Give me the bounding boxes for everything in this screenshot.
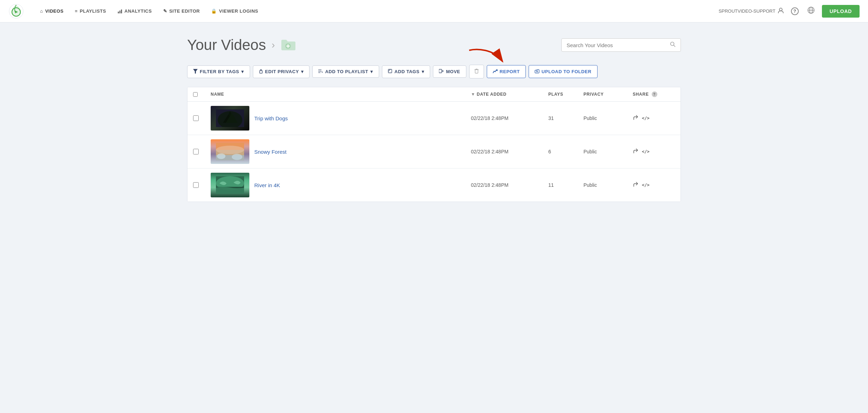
share-link-icon-2[interactable] bbox=[633, 148, 638, 155]
svg-point-41 bbox=[216, 146, 244, 154]
embed-icon-1[interactable]: </> bbox=[642, 116, 650, 121]
video-title-2[interactable]: Snowy Forest bbox=[254, 149, 287, 155]
col-date[interactable]: ▼ DATE ADDED bbox=[471, 91, 548, 97]
svg-rect-5 bbox=[121, 9, 122, 13]
row-2-name: Snowy Forest bbox=[211, 139, 471, 164]
video-title-3[interactable]: River in 4K bbox=[254, 182, 280, 188]
arrow-wrapper: REPORT bbox=[487, 65, 526, 78]
share-link-icon-3[interactable] bbox=[633, 182, 638, 189]
nav-right: SPROUTVIDEO-SUPPORT ? UPLOAD bbox=[719, 5, 860, 18]
row-1-date: 02/22/18 2:48PM bbox=[471, 115, 548, 121]
nav-item-playlists[interactable]: ≡ PLAYLISTS bbox=[70, 6, 111, 17]
chevron-down-icon3: ▾ bbox=[370, 69, 373, 74]
col-checkbox bbox=[193, 91, 211, 97]
navbar: ⌂ VIDEOS ≡ PLAYLISTS ANALYTICS ✎ SITE ED… bbox=[0, 0, 868, 23]
nav-item-videos[interactable]: ⌂ VIDEOS bbox=[35, 6, 69, 17]
row-3-privacy: Public bbox=[583, 182, 633, 188]
row-3-date: 02/22/18 2:48PM bbox=[471, 182, 548, 188]
row-checkbox-2 bbox=[193, 149, 211, 154]
delete-button[interactable] bbox=[469, 65, 484, 78]
embed-icon-2[interactable]: </> bbox=[642, 149, 650, 154]
row-1-plays: 31 bbox=[548, 115, 583, 121]
svg-line-23 bbox=[388, 69, 390, 71]
logo[interactable] bbox=[8, 4, 24, 19]
edit-privacy-button[interactable]: EDIT PRIVACY ▾ bbox=[253, 65, 310, 78]
row-1-privacy: Public bbox=[583, 115, 633, 121]
report-icon bbox=[493, 69, 498, 75]
row-3-plays: 11 bbox=[548, 182, 583, 188]
tag-icon bbox=[388, 69, 392, 75]
add-tags-button[interactable]: ADD TAGS ▾ bbox=[382, 65, 430, 78]
lock-icon: 🔒 bbox=[211, 8, 217, 14]
row-2-checkbox[interactable] bbox=[193, 149, 199, 154]
search-icon bbox=[670, 42, 676, 49]
row-3-name: River in 4K bbox=[211, 173, 471, 197]
row-3-share: </> bbox=[633, 182, 675, 189]
row-checkbox-3 bbox=[193, 182, 211, 188]
move-button[interactable]: MOVE bbox=[433, 65, 466, 78]
table-row: Snowy Forest 02/22/18 2:48PM 6 Public </… bbox=[187, 135, 681, 169]
row-1-name: Trip with Dogs bbox=[211, 106, 471, 131]
home-icon: ⌂ bbox=[40, 8, 43, 14]
svg-rect-4 bbox=[119, 11, 120, 13]
trash-icon bbox=[474, 68, 479, 75]
col-plays: PLAYS bbox=[548, 91, 583, 97]
svg-point-43 bbox=[217, 153, 225, 159]
nav-user[interactable]: SPROUTVIDEO-SUPPORT bbox=[719, 7, 784, 15]
share-help-icon: ? bbox=[652, 91, 657, 97]
lock-small-icon bbox=[259, 69, 263, 75]
embed-icon-3[interactable]: </> bbox=[642, 183, 650, 188]
search-input[interactable] bbox=[567, 42, 667, 48]
row-2-privacy: Public bbox=[583, 149, 633, 154]
col-name: NAME bbox=[211, 91, 471, 97]
svg-marker-21 bbox=[322, 71, 323, 73]
nav-item-site-editor[interactable]: ✎ SITE EDITOR bbox=[158, 6, 205, 17]
playlist-icon bbox=[318, 69, 323, 74]
toolbar: FILTER BY TAGS ▾ EDIT PRIVACY ▾ bbox=[187, 65, 681, 78]
table-row: Trip with Dogs 02/22/18 2:48PM 31 Public… bbox=[187, 102, 681, 135]
filter-icon bbox=[193, 69, 198, 75]
globe-button[interactable] bbox=[806, 5, 816, 17]
svg-line-15 bbox=[674, 45, 675, 47]
svg-rect-26 bbox=[475, 70, 478, 73]
nav-links: ⌂ VIDEOS ≡ PLAYLISTS ANALYTICS ✎ SITE ED… bbox=[35, 6, 719, 17]
chart-icon bbox=[117, 8, 122, 14]
nav-item-analytics[interactable]: ANALYTICS bbox=[113, 6, 157, 17]
list-icon: ≡ bbox=[75, 8, 78, 14]
move-icon bbox=[439, 69, 444, 74]
row-checkbox-1 bbox=[193, 115, 211, 121]
video-thumbnail-2[interactable] bbox=[211, 139, 249, 164]
row-3-checkbox[interactable] bbox=[193, 182, 199, 188]
row-1-checkbox[interactable] bbox=[193, 115, 199, 121]
row-2-plays: 6 bbox=[548, 149, 583, 154]
pencil-icon: ✎ bbox=[163, 8, 167, 14]
page-header: Your Videos › bbox=[187, 37, 681, 53]
video-thumbnail-3[interactable] bbox=[211, 173, 249, 197]
main-content: Your Videos › bbox=[170, 23, 698, 216]
report-button[interactable]: REPORT bbox=[487, 65, 526, 78]
col-share: SHARE ? bbox=[633, 91, 675, 97]
svg-rect-24 bbox=[439, 69, 442, 73]
add-to-playlist-button[interactable]: ADD TO PLAYLIST ▾ bbox=[312, 65, 379, 78]
upload-button[interactable]: UPLOAD bbox=[822, 5, 860, 18]
row-2-date: 02/22/18 2:48PM bbox=[471, 149, 548, 154]
nav-item-viewer-logins[interactable]: 🔒 VIEWER LOGINS bbox=[206, 6, 263, 17]
video-title-1[interactable]: Trip with Dogs bbox=[254, 115, 288, 121]
breadcrumb-separator: › bbox=[272, 39, 275, 51]
video-thumbnail-1[interactable] bbox=[211, 106, 249, 131]
upload-to-folder-button[interactable]: UPLOAD TO FOLDER bbox=[529, 65, 598, 78]
search-box bbox=[561, 38, 681, 52]
svg-marker-16 bbox=[193, 69, 198, 74]
svg-rect-3 bbox=[118, 12, 119, 13]
chevron-down-icon: ▾ bbox=[241, 69, 244, 74]
filter-by-tags-button[interactable]: FILTER BY TAGS ▾ bbox=[187, 65, 250, 78]
row-2-share: </> bbox=[633, 148, 675, 155]
globe-icon bbox=[807, 6, 815, 16]
svg-point-6 bbox=[779, 8, 782, 11]
select-all-checkbox[interactable] bbox=[193, 92, 198, 97]
video-table: NAME ▼ DATE ADDED PLAYS PRIVACY SHARE ? bbox=[187, 87, 681, 202]
share-link-icon-1[interactable] bbox=[633, 115, 638, 122]
chevron-down-icon2: ▾ bbox=[301, 69, 304, 74]
add-folder-button[interactable] bbox=[281, 39, 296, 51]
help-button[interactable]: ? bbox=[790, 6, 800, 17]
